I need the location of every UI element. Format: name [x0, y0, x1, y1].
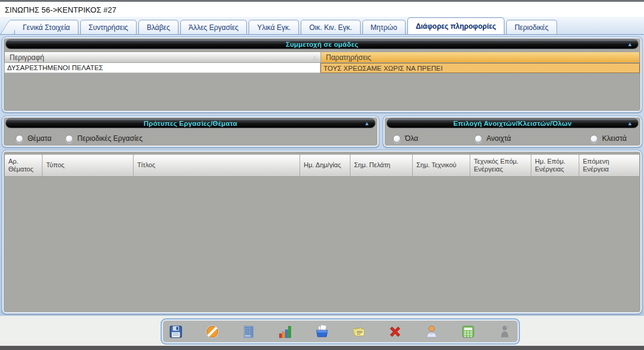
tab-misc-info[interactable]: Διάφορες πληροφορίες [407, 17, 504, 34]
filter-panel: Επιλογή Ανοιχτών/Κλειστών/Όλων ▲ Όλα Ανο… [383, 116, 642, 147]
tab-bar: Γενικά Στοιχεία Συντηρήσεις Βλάβες Άλλες… [0, 17, 644, 35]
collapse-chevron-icon[interactable]: ▲ [364, 120, 370, 126]
window-bottom-bar [0, 346, 644, 350]
tab-other-jobs[interactable]: Άλλες Εργασίες [180, 20, 247, 34]
groups-panel: Συμμετοχή σε ομάδες ▲ Περιγραφή △ Παρατη… [2, 37, 642, 113]
groups-panel-header: Συμμετοχή σε ομάδες ▲ [5, 39, 639, 49]
action-toolbar [161, 318, 520, 345]
person-disabled-button[interactable] [497, 323, 513, 340]
radio-all[interactable]: Όλα [393, 134, 418, 143]
column-header-label: Τύπος [46, 161, 65, 169]
column-header-label: Ημ. Δημ/γίας [304, 161, 341, 169]
collapse-chevron-icon[interactable]: ▲ [627, 41, 633, 47]
templates-panel-title: Πρότυπες Εργασίες/Θέματα [144, 120, 237, 127]
building-icon [241, 324, 257, 340]
column-header-label: Σημ. Τεχνικού [416, 161, 456, 169]
radio-topics[interactable]: Θέματα [16, 134, 52, 143]
issues-table-header: Αρ. Θέματος Τύπος Τίτλος Ημ. Δημ/γίας Ση… [4, 154, 640, 177]
column-header-issue-number[interactable]: Αρ. Θέματος [4, 154, 43, 177]
chart-icon [277, 324, 294, 340]
radio-button-icon [65, 135, 73, 143]
groups-panel-title: Συμμετοχή σε ομάδες [286, 41, 358, 48]
group-notes-cell[interactable]: ΤΟΥΣ ΧΡΕΩΣΑΜΕ ΧΩΡΙΣ ΝΑ ΠΡΕΠΕΙ [321, 63, 640, 73]
archive-icon [314, 324, 330, 340]
save-button[interactable] [168, 323, 185, 340]
column-header-next-action-technician[interactable]: Τεχνικός Επόμ. Ενέργειας [470, 154, 531, 177]
column-header-label: Τίτλος [137, 161, 155, 169]
column-header-label: Αρ. Θέματος [8, 158, 38, 173]
tab-label: Διάφορες πληροφορίες [416, 22, 496, 31]
radio-label: Κλειστά [602, 134, 627, 143]
radio-label: Θέματα [28, 134, 52, 143]
groups-grid-header: Περιγραφή △ Παρατηρήσεις [4, 52, 640, 63]
tab-faults[interactable]: Βλάβες [138, 20, 179, 34]
calculator-icon [460, 324, 476, 340]
column-header-label: Παρατηρήσεις [326, 53, 371, 62]
column-header-label: Περιγραφή [10, 53, 44, 62]
tab-label: Οικ. Κιν. Εγκ. [309, 23, 352, 32]
column-header-label: Επόμενη Ενέργεια [583, 158, 636, 173]
tab-periodic[interactable]: Περιοδικές [506, 20, 557, 34]
building-button[interactable] [241, 323, 258, 340]
archive-button[interactable] [314, 323, 331, 340]
collapse-chevron-icon[interactable]: ▲ [627, 120, 633, 126]
column-header-notes[interactable]: Παρατηρήσεις [321, 52, 640, 63]
tab-label: Υλικά Εγκ. [257, 23, 291, 32]
column-header-description[interactable]: Περιγραφή △ [4, 52, 321, 63]
column-header-technician-note[interactable]: Σημ. Τεχνικού [413, 154, 470, 177]
tab-label: Συντηρήσεις [89, 23, 128, 32]
radio-label: Περιοδικές Εργασίες [77, 134, 143, 143]
radio-button-icon [393, 135, 401, 143]
column-header-created-date[interactable]: Ημ. Δημ/γίας [300, 154, 350, 177]
cancel-icon [204, 324, 220, 340]
tab-registry[interactable]: Μητρώο [362, 20, 406, 34]
tab-label: Γενικά Στοιχεία [23, 23, 70, 32]
sort-ascending-icon: △ [313, 55, 317, 61]
column-header-next-action-date[interactable]: Ημ. Επόμ. Ενέργειας [531, 154, 579, 177]
column-header-label: Σημ. Πελάτη [354, 161, 390, 169]
person-disabled-icon [497, 324, 513, 340]
tab-label: Μητρώο [371, 23, 397, 32]
tab-label: Άλλες Εργασίες [189, 23, 238, 32]
templates-panel: Πρότυπες Εργασίες/Θέματα ▲ Θέματα Περιοδ… [2, 116, 379, 147]
person-button[interactable] [424, 323, 440, 340]
page-title: ΣΙΝΩΠΗΣ 56->ΚΕΝΤΡΙΚΟΣ #27 [5, 5, 116, 14]
filter-panel-header: Επιλογή Ανοιχτών/Κλειστών/Όλων ▲ [386, 118, 639, 128]
radio-label: Ανοιχτά [486, 134, 511, 143]
table-row[interactable]: ΔΥΣΑΡΕΣΤΗΜΕΝΟΙ ΠΕΛΑΤΕΣ ΤΟΥΣ ΧΡΕΩΣΑΜΕ ΧΩΡ… [4, 63, 640, 73]
main-content: Συμμετοχή σε ομάδες ▲ Περιγραφή △ Παρατη… [0, 35, 644, 316]
column-header-customer-note[interactable]: Σημ. Πελάτη [350, 154, 413, 177]
column-header-type[interactable]: Τύπος [43, 154, 134, 177]
notes-icon [350, 324, 367, 340]
radio-periodic-jobs[interactable]: Περιοδικές Εργασίες [65, 134, 143, 143]
notes-button[interactable] [350, 323, 367, 340]
radio-label: Όλα [405, 134, 418, 143]
save-icon [168, 324, 184, 340]
filter-radio-group: Όλα Ανοιχτά Κλειστά [383, 131, 642, 146]
chart-button[interactable] [277, 323, 294, 340]
radio-button-icon [474, 135, 482, 143]
templates-radio-group: Θέματα Περιοδικές Εργασίες [2, 131, 379, 146]
filter-panel-title: Επιλογή Ανοιχτών/Κλειστών/Όλων [453, 120, 572, 127]
delete-icon [387, 324, 403, 340]
calculator-button[interactable] [460, 323, 477, 340]
templates-panel-header: Πρότυπες Εργασίες/Θέματα ▲ [5, 118, 376, 128]
column-header-next-action[interactable]: Επόμενη Ενέργεια [579, 154, 640, 177]
radio-closed[interactable]: Κλειστά [590, 134, 627, 143]
tab-financial[interactable]: Οικ. Κιν. Εγκ. [301, 20, 360, 34]
radio-button-icon [590, 135, 598, 143]
column-header-title[interactable]: Τίτλος [134, 154, 300, 177]
column-header-label: Ημ. Επόμ. Ενέργειας [535, 158, 575, 173]
radio-button-icon [16, 135, 23, 143]
group-description-cell[interactable]: ΔΥΣΑΡΕΣΤΗΜΕΝΟΙ ΠΕΛΑΤΕΣ [4, 63, 321, 73]
cancel-button[interactable] [204, 323, 221, 340]
delete-button[interactable] [387, 323, 404, 340]
tab-general-info[interactable]: Γενικά Στοιχεία [14, 20, 78, 34]
person-icon [424, 324, 440, 340]
tab-materials[interactable]: Υλικά Εγκ. [249, 20, 299, 34]
radio-open[interactable]: Ανοιχτά [474, 134, 511, 143]
tab-maintenance[interactable]: Συντηρήσεις [80, 20, 137, 34]
issues-table-panel: Αρ. Θέματος Τύπος Τίτλος Ημ. Δημ/γίας Ση… [2, 150, 642, 314]
tab-label: Περιοδικές [515, 23, 549, 32]
tab-label: Βλάβες [147, 23, 170, 32]
